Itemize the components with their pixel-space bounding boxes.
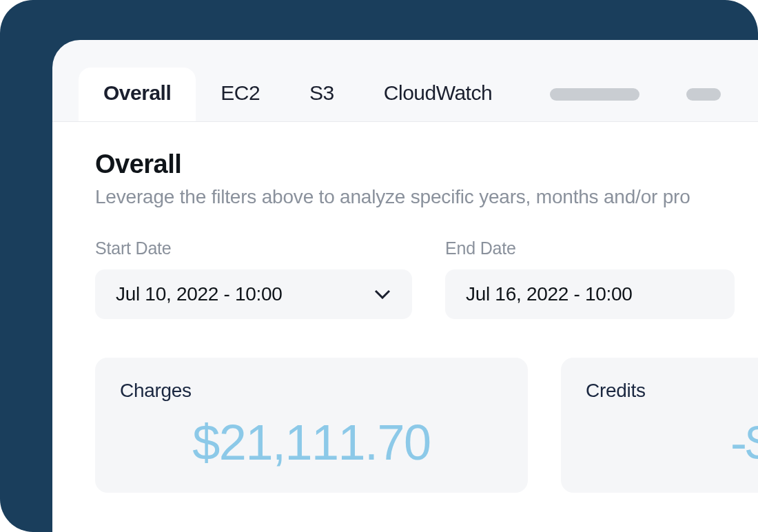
credits-title: Credits [586, 380, 758, 402]
tab-placeholder [686, 88, 721, 101]
chevron-down-icon [373, 285, 391, 303]
end-date-label: End Date [445, 238, 735, 258]
tab-s3[interactable]: S3 [285, 68, 359, 121]
summary-cards: Charges $21,111.70 Credits -$22 [95, 358, 758, 493]
end-date-group: End Date Jul 16, 2022 - 10:00 [445, 238, 735, 319]
tab-cloudwatch[interactable]: CloudWatch [359, 68, 517, 121]
end-date-select[interactable]: Jul 16, 2022 - 10:00 [445, 269, 735, 319]
page-title: Overall [95, 150, 758, 179]
date-filters: Start Date Jul 10, 2022 - 10:00 End Date… [95, 238, 758, 319]
page-subtitle: Leverage the filters above to analyze sp… [95, 186, 758, 208]
credits-card: Credits -$22 [561, 358, 758, 493]
tab-placeholder [550, 88, 639, 101]
outer-frame: Overall EC2 S3 CloudWatch Overall Levera… [0, 0, 758, 532]
start-date-select[interactable]: Jul 10, 2022 - 10:00 [95, 269, 412, 319]
charges-card: Charges $21,111.70 [95, 358, 528, 493]
credits-value: -$22 [586, 414, 758, 471]
charges-title: Charges [120, 380, 503, 402]
content-area: Overall Leverage the filters above to an… [52, 122, 758, 532]
start-date-group: Start Date Jul 10, 2022 - 10:00 [95, 238, 412, 319]
charges-value: $21,111.70 [120, 414, 503, 471]
end-date-value: Jul 16, 2022 - 10:00 [466, 283, 633, 305]
tabs-row: Overall EC2 S3 CloudWatch [52, 40, 758, 122]
dashboard-panel: Overall EC2 S3 CloudWatch Overall Levera… [52, 40, 758, 532]
tab-ec2[interactable]: EC2 [196, 68, 285, 121]
tab-overall[interactable]: Overall [79, 68, 196, 121]
start-date-label: Start Date [95, 238, 412, 258]
start-date-value: Jul 10, 2022 - 10:00 [116, 283, 283, 305]
